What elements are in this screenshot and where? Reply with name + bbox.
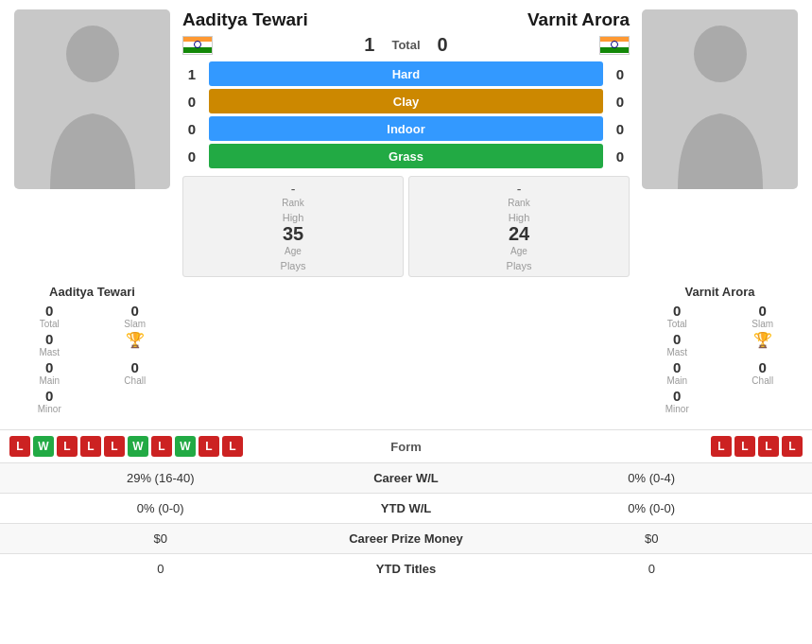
stats-center-0: Career W/L (312, 471, 501, 485)
stats-label-2: Career Prize Money (349, 531, 463, 546)
left-main-stat: 0 Main (9, 359, 90, 386)
left-trophy-icon: 🏆 (126, 331, 145, 349)
grass-badge: Grass (209, 144, 603, 168)
right-stat-box: - Rank High 24 Age Plays (408, 176, 630, 277)
left-form-badge-4: L (104, 436, 125, 457)
left-total-score: 1 (364, 34, 374, 56)
right-rank-dash: - (414, 182, 624, 197)
left-total-stat: 0 Total (9, 303, 90, 329)
right-rank-label: Rank (414, 198, 624, 208)
svg-point-0 (66, 26, 119, 82)
left-four-stats: 0 Total 0 Slam 0 Mast 🏆 0 Main (9, 303, 175, 414)
right-trophy-icon: 🏆 (753, 331, 772, 349)
stats-row-2: $0 Career Prize Money $0 (0, 523, 812, 553)
grass-row: 0 Grass 0 (179, 144, 633, 168)
right-slam-stat: 0 Slam (723, 303, 803, 329)
right-form-badge-3: L (782, 436, 803, 457)
left-player-photo (14, 9, 170, 189)
right-minor-stat: 0 Minor (637, 388, 717, 414)
left-age-label: Age (188, 246, 398, 256)
left-high-label: High (188, 212, 398, 223)
left-form-badge-5: W (128, 436, 148, 457)
right-total-score: 0 (438, 34, 448, 56)
flag-score-row: 1 Total 0 (179, 34, 633, 56)
left-form-badge-8: L (199, 436, 219, 457)
stats-row-1: 0% (0-0) YTD W/L 0% (0-0) (0, 493, 812, 523)
right-indoor-score: 0 (611, 121, 630, 137)
svg-point-1 (694, 26, 747, 82)
right-silhouette (659, 14, 782, 189)
left-player-area (9, 9, 175, 277)
indoor-badge: Indoor (209, 116, 603, 141)
stats-left-0: 29% (16-40) (9, 471, 312, 485)
left-mast-stat: 0 Mast (9, 331, 90, 357)
stats-right-3: 0 (501, 562, 803, 576)
right-player-name-lower: Varnit Arora (637, 285, 803, 299)
form-row: LWLLLWLWLL Form LLLL (0, 429, 812, 462)
right-mast-stat: 0 Mast (637, 331, 717, 357)
left-silhouette (31, 14, 154, 189)
stats-row-3: 0 YTD Titles 0 (0, 553, 812, 583)
left-clay-score: 0 (182, 94, 201, 110)
clay-badge: Clay (209, 89, 603, 113)
left-grass-score: 0 (182, 148, 201, 165)
right-form-badge-1: L (734, 436, 755, 457)
stats-center-3: YTD Titles (312, 562, 501, 576)
left-form-badge-9: L (222, 436, 243, 457)
right-player-area (637, 9, 803, 277)
right-chall-stat: 0 Chall (723, 359, 803, 386)
stats-label-3: YTD Titles (376, 562, 436, 576)
left-age: 35 (188, 223, 398, 245)
clay-row: 0 Clay 0 (179, 89, 633, 113)
top-strip: Aaditya Tewari Varnit Arora 1 Total 0 (0, 0, 812, 277)
right-form: LLLL (501, 436, 803, 457)
left-indoor-score: 0 (182, 121, 201, 137)
stats-left-1: 0% (0-0) (9, 501, 312, 515)
right-total-stat: 0 Total (637, 303, 717, 329)
center-spacer (179, 281, 633, 414)
player-info-strip: Aaditya Tewari 0 Total 0 Slam 0 Mast 🏆 (0, 277, 812, 420)
right-player-name: Varnit Arora (527, 9, 630, 30)
right-main-stat: 0 Main (637, 359, 717, 386)
right-clay-score: 0 (611, 94, 630, 110)
bottom-section: LWLLLWLWLL Form LLLL 29% (16-40) Career … (0, 429, 812, 583)
left-trophy-main: 🏆 (95, 331, 176, 357)
left-plays-label: Plays (188, 260, 398, 271)
stats-right-0: 0% (0-4) (501, 471, 803, 485)
center-panel: Aaditya Tewari Varnit Arora 1 Total 0 (179, 9, 633, 277)
left-form: LWLLLWLWLL (9, 436, 312, 457)
hard-row: 1 Hard 0 (179, 61, 633, 86)
total-score-block: 1 Total 0 (364, 34, 447, 56)
main-layout: Aaditya Tewari Varnit Arora 1 Total 0 (0, 0, 812, 583)
form-label: Form (312, 440, 501, 454)
right-hard-score: 0 (611, 66, 630, 82)
stats-right-1: 0% (0-0) (501, 501, 803, 515)
stats-rows: 29% (16-40) Career W/L 0% (0-4) 0% (0-0)… (0, 462, 812, 583)
stats-label-0: Career W/L (373, 471, 439, 485)
stats-label-1: YTD W/L (381, 501, 431, 515)
right-plays-label: Plays (414, 260, 624, 271)
right-grass-score: 0 (611, 148, 630, 165)
left-form-badge-1: W (33, 436, 54, 457)
stats-right-2: $0 (501, 531, 803, 546)
center-stat-boxes: - Rank High 35 Age Plays - Rank High 24 … (179, 176, 633, 277)
left-player-name-lower: Aaditya Tewari (9, 285, 175, 299)
left-chall-stat: 0 Chall (95, 359, 176, 386)
left-player-name: Aaditya Tewari (182, 9, 308, 30)
surface-section: 1 Hard 0 0 Clay 0 0 Indoor (179, 61, 633, 168)
left-form-badge-3: L (80, 436, 101, 457)
left-form-badge-2: L (57, 436, 78, 457)
right-age-label: Age (414, 246, 624, 256)
left-player-stats: Aaditya Tewari 0 Total 0 Slam 0 Mast 🏆 (9, 281, 175, 414)
indoor-row: 0 Indoor 0 (179, 116, 633, 141)
right-age: 24 (414, 223, 624, 245)
stats-center-2: Career Prize Money (312, 531, 501, 546)
right-form-badge-2: L (758, 436, 779, 457)
left-form-badge-7: W (175, 436, 196, 457)
left-hard-score: 1 (182, 66, 201, 82)
left-rank-dash: - (188, 182, 398, 197)
hard-badge: Hard (209, 61, 603, 86)
right-four-stats: 0 Total 0 Slam 0 Mast 🏆 0 Main (637, 303, 803, 414)
stats-left-2: $0 (9, 531, 312, 546)
left-flag (182, 36, 213, 55)
